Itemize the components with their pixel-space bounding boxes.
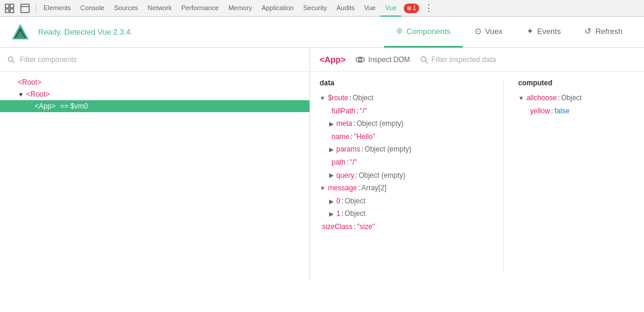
- query-arrow: ▶: [329, 170, 334, 181]
- prop-key-allchoose: allchoose: [527, 92, 557, 105]
- filter-bar: [0, 48, 309, 72]
- prop-params: ▶ params : Object (empty): [320, 143, 489, 156]
- prop-path: path : "/": [320, 156, 489, 169]
- prop-key-route: $route: [328, 92, 348, 105]
- tab-network[interactable]: Network: [143, 0, 177, 17]
- refresh-icon: ↺: [584, 26, 592, 36]
- svg-line-14: [425, 61, 428, 63]
- svg-rect-2: [5, 9, 9, 13]
- tab-security[interactable]: Security: [298, 0, 332, 17]
- tab-performance[interactable]: Performance: [177, 0, 224, 17]
- route-arrow: ▼: [320, 93, 326, 104]
- error-icon: ⊗: [407, 5, 411, 11]
- main-content: <Root> ▼ <Root> <App> == $vm0 <App>: [0, 48, 644, 281]
- prop-type-params: Object (empty): [364, 143, 411, 156]
- prop-meta: ▶ meta : Object (empty): [320, 118, 489, 131]
- search-icon: [7, 55, 15, 64]
- tab-memory[interactable]: Memory: [224, 0, 257, 17]
- devtools-tab-bar: Elements Console Sources Network Perform…: [0, 0, 644, 17]
- more-button[interactable]: ⋮: [422, 2, 436, 14]
- svg-line-10: [13, 60, 15, 63]
- prop-key-msg0: 0: [336, 195, 340, 208]
- prop-val-fullpath: "/": [360, 105, 367, 118]
- inspect-dom-button[interactable]: Inspect DOM: [355, 55, 410, 64]
- svg-point-13: [421, 57, 426, 61]
- svg-point-12: [358, 58, 361, 61]
- right-panel: <App> Inspect DOM data: [310, 48, 644, 281]
- inspect-icon[interactable]: [18, 1, 32, 16]
- eye-icon: [355, 55, 365, 64]
- prop-msg-0: ▶ 0 : Object: [320, 195, 489, 208]
- prop-val-yellow: false: [555, 105, 569, 118]
- tree-item-root1[interactable]: <Root>: [0, 76, 309, 88]
- tree-item-app[interactable]: <App> == $vm0: [0, 100, 309, 112]
- filter-inspected: [420, 55, 634, 64]
- prop-key-fullpath: fullPath: [332, 105, 355, 118]
- tree-item-root2[interactable]: ▼ <Root>: [0, 88, 309, 100]
- filter-inspected-input[interactable]: [432, 55, 521, 64]
- prop-key-sizeclass: sizeClass: [322, 221, 352, 234]
- prop-type-query: Object (empty): [358, 169, 405, 183]
- svg-rect-3: [10, 9, 14, 13]
- tree-tag-root1: <Root>: [18, 78, 41, 87]
- allchoose-arrow: ▼: [518, 93, 524, 104]
- prop-key-message: message: [328, 182, 357, 195]
- prop-key-meta: meta: [336, 118, 352, 131]
- prop-key-msg1: 1: [336, 208, 340, 221]
- prop-type-msg0: Object: [345, 195, 366, 208]
- prop-type-allchoose: Object: [561, 92, 582, 105]
- tab-console[interactable]: Console: [76, 0, 109, 17]
- data-column: data ▼ $route : Object fullPath : "/": [320, 79, 503, 274]
- inspector-header: <App> Inspect DOM: [310, 48, 644, 72]
- prop-type-meta: Object (empty): [357, 118, 404, 131]
- msg0-arrow: ▶: [329, 196, 334, 207]
- computed-column: computed ▼ allchoose : Object yellow : f…: [503, 79, 634, 274]
- prop-query: ▶ query : Object (empty): [320, 169, 489, 183]
- tab-application[interactable]: Application: [257, 0, 299, 17]
- prop-key-path: path: [332, 156, 345, 169]
- svg-rect-0: [5, 4, 9, 8]
- meta-arrow: ▶: [329, 119, 334, 129]
- prop-message: ▼ message : Array[2]: [320, 182, 489, 195]
- tab-sources[interactable]: Sources: [109, 0, 143, 17]
- error-count-badge: ⊗ 1: [404, 4, 419, 13]
- tab-elements[interactable]: Elements: [39, 0, 76, 17]
- params-arrow: ▶: [329, 144, 334, 155]
- svg-rect-1: [10, 4, 14, 8]
- vue-header: Ready. Detected Vue 2.3.4. ❊ Components …: [0, 17, 644, 48]
- svg-point-9: [8, 57, 13, 61]
- tab-vue1[interactable]: Vue: [360, 0, 380, 17]
- component-tree: <Root> ▼ <Root> <App> == $vm0: [0, 72, 309, 281]
- prop-type-message: Array[2]: [361, 182, 386, 195]
- inspector-body: data ▼ $route : Object fullPath : "/": [310, 72, 644, 281]
- tab-components[interactable]: ❊ Components: [384, 17, 463, 48]
- prop-name: name : "Hello": [320, 131, 489, 144]
- prop-key-yellow: yellow: [530, 105, 550, 118]
- vue-logo: [10, 21, 31, 43]
- expand-arrow-root2: ▼: [18, 91, 24, 98]
- tab-audits[interactable]: Audits: [332, 0, 360, 17]
- prop-yellow: yellow : false: [518, 105, 634, 118]
- tab-events[interactable]: ✦ Events: [515, 17, 573, 48]
- data-section-title: data: [320, 79, 489, 87]
- tree-tag-root2: <Root>: [26, 90, 49, 98]
- inspector-component-name: <App>: [320, 55, 346, 64]
- prop-val-sizeclass: "size": [357, 221, 375, 234]
- prop-val-path: "/": [350, 156, 357, 169]
- msg1-arrow: ▶: [329, 209, 334, 220]
- prop-fullpath: fullPath : "/": [320, 105, 489, 118]
- prop-val-name: "Hello": [354, 131, 375, 144]
- filter-components-input[interactable]: [20, 55, 302, 64]
- components-icon: ❊: [396, 26, 403, 36]
- tree-tag-app: <App>: [35, 102, 55, 110]
- computed-section-title: computed: [518, 79, 634, 87]
- pointer-icon[interactable]: [2, 1, 17, 16]
- left-panel: <Root> ▼ <Root> <App> == $vm0: [0, 48, 310, 281]
- vue-ready-text: Ready. Detected Vue 2.3.4.: [38, 27, 384, 36]
- tab-refresh[interactable]: ↺ Refresh: [572, 17, 634, 48]
- svg-rect-4: [21, 4, 29, 13]
- vuex-icon: ⊙: [475, 26, 482, 36]
- prop-type-msg1: Object: [345, 208, 366, 221]
- tab-vuex[interactable]: ⊙ Vuex: [463, 17, 515, 48]
- tab-vue2[interactable]: Vue: [380, 0, 401, 17]
